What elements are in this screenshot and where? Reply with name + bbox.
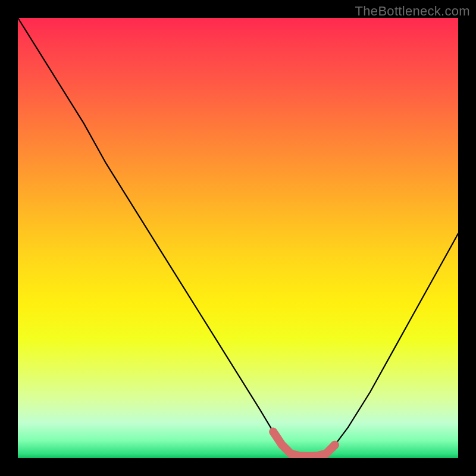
watermark-text: TheBottleneck.com [355,4,470,19]
flat-region-highlight [273,432,335,456]
flat-region-end-dot [331,441,339,449]
plot-area [18,18,458,458]
bottleneck-curve-line [18,18,458,456]
chart-svg [18,18,458,458]
